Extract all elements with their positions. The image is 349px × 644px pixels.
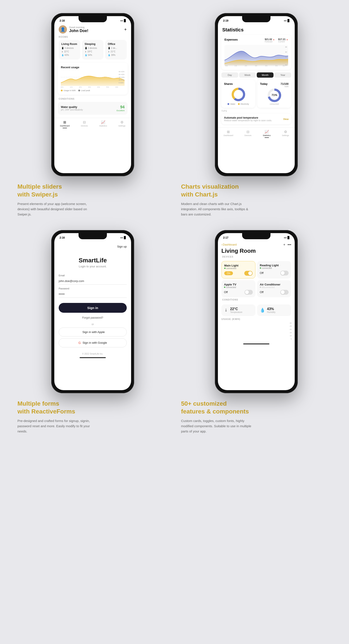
svg-text:71%: 71% [271,93,277,96]
nav-dashboard-2[interactable]: ⊞ Dashboard [224,130,233,138]
temp-icon: 🌡 [224,308,228,313]
usage-bar-chart: 30252015105 [222,322,291,342]
svg-text:$0: $0 [285,64,287,66]
apple-signin-button[interactable]: Sign in with Apple [59,328,127,336]
condition-score-value: 94 [116,105,124,110]
nav-devices-2[interactable]: ⊟ Devices [244,130,252,138]
status-icons-2: ▪▪▪ ▉ [284,19,290,22]
device-name: Main Light [224,264,252,267]
nav-statistics-2[interactable]: 📈 Statistics [263,130,271,138]
username-text: John Doe! [69,28,88,33]
wifi-icon-3: ▪▪▪ [120,236,123,239]
current-val: $17.21 ▲ [278,38,288,40]
conditions-row: 🌡 22°C Temperature 💧 43% Humi [218,303,295,318]
nav-settings-2[interactable]: ⚙ Settings [282,130,289,138]
devices-grid: Main Light connected On [218,260,295,298]
feature-1-desc: Present elements of your app (welcome sc… [18,201,92,217]
status-dot [260,286,261,288]
tab-month[interactable]: Month [257,72,274,78]
time-4: 2:17 [223,236,228,239]
toggle-air-conditioner[interactable] [280,290,288,295]
chart-title: Recent usage [61,66,124,69]
password-input[interactable] [59,291,127,298]
room-name: Office [108,42,124,46]
tab-day[interactable]: Day [222,72,238,78]
time-1: 2:16 [60,19,65,22]
device-toggle-row: Off [260,271,288,276]
add-button[interactable]: + [283,243,285,247]
phone-screen-1: 2:16 ▪▪▪ ▉ 👤 Good morning, [54,16,131,173]
legend-usage: Usage in kWh [61,90,76,92]
current-label: Current [278,40,288,43]
tip-card[interactable]: Automate pool temperature Reduce water t… [222,114,291,124]
tab-week[interactable]: Week [239,72,256,78]
time-tabs: Day Week Month Year [218,72,295,78]
statistics-screen: Statistics Expenses $21.02 ▲ [218,24,295,144]
device-main-light[interactable]: Main Light connected On [222,261,256,278]
battery-icon-2: ▉ [288,19,290,22]
device-reading-light[interactable]: Reading Light connected Off [257,261,291,278]
email-input[interactable] [59,278,127,284]
device-apple-tv[interactable]: Apple TV connected Off [222,280,256,297]
toggle-main-light[interactable] [244,271,252,276]
nav-label: Statistics [263,134,271,136]
condition-card[interactable]: Water quality pH, ORP and Alkalinity 94 … [58,102,128,115]
toggle-thumb [281,290,285,294]
tab-year[interactable]: Year [274,72,291,78]
nav-devices[interactable]: ⊟ Devices [81,120,88,128]
legend-peak: Load peak [78,90,90,92]
svg-text:6 h: 6 h [283,65,285,66]
nav-label-statistics: Statistics [99,125,107,127]
bottom-nav-1: ⊞ Dashboard ⊟ Devices 📈 Statistics [54,118,131,130]
donut-chart [231,87,246,102]
water-label: Water [230,103,235,105]
room-card-living[interactable]: Living Room 📱 4 devices🌡 22°C💧 43% [59,40,80,60]
phone-notch-3 [78,233,107,239]
app-logo: SmartLife [78,257,107,264]
status-icons-4: ▪▪▪ ▉ [284,236,290,239]
login-screen: Sign up SmartLife Login to your account.… [54,240,131,364]
back-button[interactable]: ‹ Dashboard [222,243,237,246]
signup-link[interactable]: Sign up [117,245,127,248]
nav-settings[interactable]: ⚙ Settings [118,120,126,128]
chart-legend: Usage in kWh Load peak [61,90,124,92]
room-info: 📱 4 devices🌡 22°C💧 43% [61,46,78,57]
signin-button[interactable]: Sign in [59,303,127,313]
nav-label: Devices [244,134,252,136]
phone-screen-2: 2:19 ▪▪▪ ▉ Statistics Expenses [218,16,295,173]
nav-dashboard[interactable]: ⊞ Dashboard [60,120,70,128]
chart-x-labels: 0 h1 h2 h3 h4 h5 h6 h [61,86,118,88]
more-button[interactable]: ••• [288,243,291,247]
toggle-apple-tv[interactable] [244,290,253,295]
nav-label-dashboard: Dashboard [60,125,70,127]
email-label: Email [59,274,127,277]
copyright-text: © 2022 SmartLife Inc. [82,353,104,355]
tip-action[interactable]: View [283,118,288,120]
device-status: connected [224,267,252,270]
home-indicator [80,357,106,358]
electricity-label: Electricity [240,103,249,105]
nav-statistics[interactable]: 📈 Statistics [99,120,107,128]
greeting-text: Good morning, [69,26,88,28]
device-status: connected [260,267,288,269]
tips-label: TIPS [222,110,291,112]
humidity-value: 43% [267,307,276,311]
page-wrapper: 2:16 ▪▪▪ ▉ 👤 Good morning, [0,0,349,460]
room-card-office[interactable]: Office 📱 2 de...🌡 21°C💧 39% [105,40,127,60]
google-signin-button[interactable]: G Sign in with Google [59,338,127,348]
svg-text:1 h: 1 h [235,65,237,66]
condition-score-block: 94 Excellent [116,105,124,112]
temp-label: Temperature [230,311,242,314]
add-icon[interactable]: + [124,27,127,32]
room-card-sleeping[interactable]: Sleeping 📱 2 devices🌡 19°C💧 54% [82,40,104,60]
device-air-conditioner[interactable]: Air Conditioner disconnected Off [257,280,291,297]
screen4-header: ‹ Dashboard + ••• Living Room [218,240,295,256]
settings-icon: ⚙ [120,120,124,124]
feature-2-title: Charts visualization with Chart.js [181,183,332,199]
phone-screen-4: 2:17 ▪▪▪ ▉ ‹ Dashboard [218,233,295,390]
tips-section: TIPS Automate pool temperature Reduce wa… [218,110,295,124]
phone-screen-3: 2:16 ▪▪▪ ▉ Sign up SmartLife Login to yo… [54,233,131,390]
conditions-label: CONDITIONS [54,98,131,100]
toggle-reading-light[interactable] [280,271,288,276]
forgot-password-link[interactable]: Forgot password? [82,316,103,319]
